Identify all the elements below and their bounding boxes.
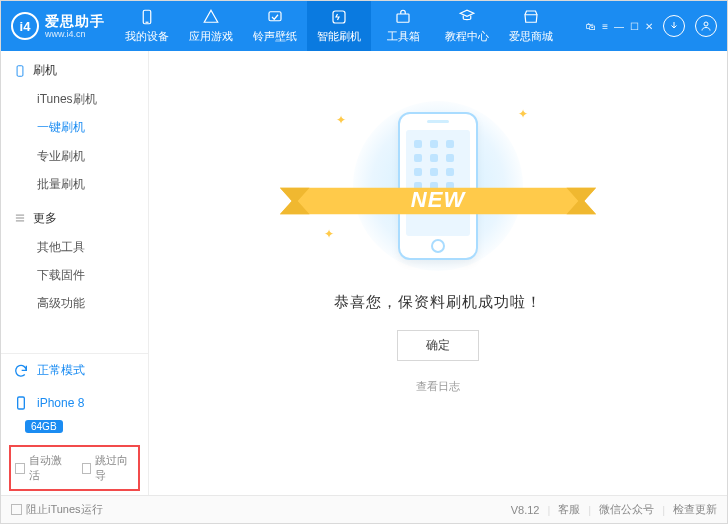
ok-button[interactable]: 确定 xyxy=(397,330,479,361)
svg-rect-6 xyxy=(17,65,23,76)
list-icon xyxy=(13,211,27,225)
ribbon-text: NEW xyxy=(270,187,606,213)
svg-rect-4 xyxy=(397,14,409,22)
nav-tabs: 我的设备应用游戏铃声壁纸智能刷机工具箱教程中心爱思商城 xyxy=(115,1,586,51)
apps-icon xyxy=(202,8,220,26)
sidebar-section-more-title: 更多 xyxy=(33,210,57,227)
device-capacity-badge: 64GB xyxy=(25,420,63,433)
sidebar-section-more: 更多 xyxy=(1,199,148,233)
tab-label: 工具箱 xyxy=(387,29,420,44)
support-link[interactable]: 客服 xyxy=(558,502,580,517)
auto-activate-checkbox[interactable]: 自动激活 xyxy=(15,453,68,483)
refresh-icon xyxy=(13,363,29,379)
sidebar-section-flash: 刷机 xyxy=(1,51,148,85)
sidebar-item[interactable]: iTunes刷机 xyxy=(1,85,148,113)
bottom-options-highlight: 自动激活 跳过向导 xyxy=(9,445,140,491)
brand-logo: i4 爱思助手 www.i4.cn xyxy=(1,12,115,40)
tab-toolbox[interactable]: 工具箱 xyxy=(371,1,435,51)
device-name: iPhone 8 xyxy=(37,396,84,410)
app-header: i4 爱思助手 www.i4.cn 我的设备应用游戏铃声壁纸智能刷机工具箱教程中… xyxy=(1,1,727,51)
sidebar-item[interactable]: 一键刷机 xyxy=(1,113,148,141)
tab-label: 我的设备 xyxy=(125,29,169,44)
tutorial-icon xyxy=(458,8,476,26)
sidebar: 刷机 iTunes刷机一键刷机专业刷机批量刷机 更多 其他工具下载固件高级功能 … xyxy=(1,51,149,495)
tab-store[interactable]: 爱思商城 xyxy=(499,1,563,51)
new-ribbon: NEW xyxy=(270,179,606,223)
version-label: V8.12 xyxy=(511,504,540,516)
device-icon xyxy=(138,8,156,26)
sidebar-item[interactable]: 下载固件 xyxy=(1,261,148,289)
logo-badge: i4 xyxy=(11,12,39,40)
block-itunes-checkbox[interactable]: 阻止iTunes运行 xyxy=(11,502,103,517)
wechat-link[interactable]: 微信公众号 xyxy=(599,502,654,517)
sidebar-section-flash-title: 刷机 xyxy=(33,62,57,79)
device-icon xyxy=(13,64,27,78)
view-log-link[interactable]: 查看日志 xyxy=(416,379,460,394)
skip-guide-checkbox[interactable]: 跳过向导 xyxy=(82,453,135,483)
sidebar-item[interactable]: 批量刷机 xyxy=(1,170,148,198)
device-row[interactable]: iPhone 8 xyxy=(1,387,148,419)
tab-ring[interactable]: 铃声壁纸 xyxy=(243,1,307,51)
phone-icon xyxy=(13,395,29,411)
tab-label: 智能刷机 xyxy=(317,29,361,44)
sidebar-item[interactable]: 专业刷机 xyxy=(1,142,148,170)
sidebar-bottom: 正常模式 iPhone 8 64GB 自动激活 跳过向导 xyxy=(1,353,148,495)
minimize-icon[interactable]: — xyxy=(614,21,624,32)
brand-url: www.i4.cn xyxy=(45,30,105,39)
header-right: 🛍 ≡ — ☐ ✕ xyxy=(586,15,727,37)
tab-label: 铃声壁纸 xyxy=(253,29,297,44)
maximize-icon[interactable]: ☐ xyxy=(630,21,639,32)
success-illustration: ✦ ✦ ✦ ✦ NEW xyxy=(318,101,558,271)
tab-flash[interactable]: 智能刷机 xyxy=(307,1,371,51)
flash-icon xyxy=(330,8,348,26)
mode-label: 正常模式 xyxy=(37,362,85,379)
tab-tutorial[interactable]: 教程中心 xyxy=(435,1,499,51)
svg-rect-10 xyxy=(18,397,25,409)
user-button[interactable] xyxy=(695,15,717,37)
sidebar-item[interactable]: 高级功能 xyxy=(1,289,148,317)
status-bar: 阻止iTunes运行 V8.12 | 客服 | 微信公众号 | 检查更新 xyxy=(1,495,727,523)
store-icon xyxy=(522,8,540,26)
check-update-link[interactable]: 检查更新 xyxy=(673,502,717,517)
main-area: 刷机 iTunes刷机一键刷机专业刷机批量刷机 更多 其他工具下载固件高级功能 … xyxy=(1,51,727,495)
tab-label: 应用游戏 xyxy=(189,29,233,44)
brand-name: 爱思助手 xyxy=(45,14,105,28)
mode-row[interactable]: 正常模式 xyxy=(1,354,148,387)
tab-label: 教程中心 xyxy=(445,29,489,44)
cart-icon[interactable]: 🛍 xyxy=(586,21,596,32)
success-message: 恭喜您，保资料刷机成功啦！ xyxy=(334,293,542,312)
menu-icon[interactable]: ≡ xyxy=(602,21,608,32)
content-pane: ✦ ✦ ✦ ✦ NEW 恭喜您，保资料刷机成功啦！ 确定 查看日志 xyxy=(149,51,727,495)
window-controls: 🛍 ≡ — ☐ ✕ xyxy=(586,21,653,32)
sparkle-icon: ✦ xyxy=(324,227,334,241)
svg-rect-2 xyxy=(269,12,281,21)
tab-label: 爱思商城 xyxy=(509,29,553,44)
sparkle-icon: ✦ xyxy=(336,113,346,127)
sidebar-item[interactable]: 其他工具 xyxy=(1,233,148,261)
toolbox-icon xyxy=(394,8,412,26)
ringtone-icon xyxy=(266,8,284,26)
svg-point-5 xyxy=(704,22,708,26)
download-button[interactable] xyxy=(663,15,685,37)
tab-device[interactable]: 我的设备 xyxy=(115,1,179,51)
sparkle-icon: ✦ xyxy=(518,107,528,121)
tab-games[interactable]: 应用游戏 xyxy=(179,1,243,51)
close-icon[interactable]: ✕ xyxy=(645,21,653,32)
